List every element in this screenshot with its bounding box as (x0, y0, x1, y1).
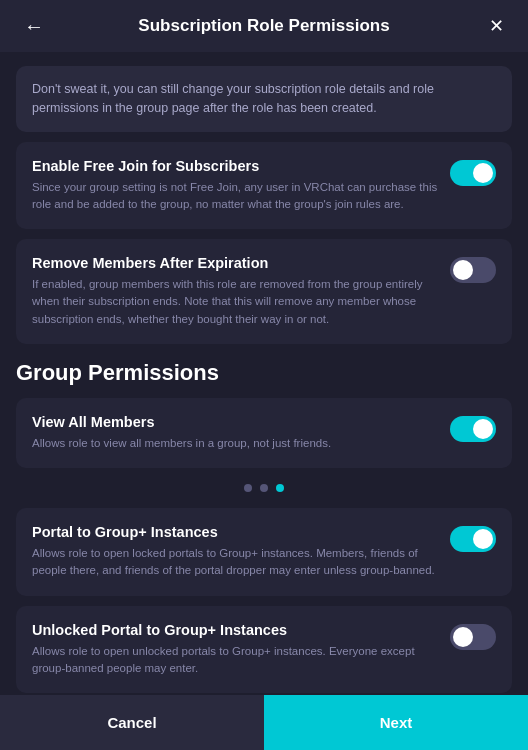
next-button[interactable]: Next (264, 695, 528, 750)
permission-desc-remove-members: If enabled, group members with this role… (32, 276, 438, 328)
permission-card-remove-members: Remove Members After Expiration If enabl… (16, 239, 512, 344)
toggle-portal[interactable] (450, 526, 496, 552)
dot-3 (276, 484, 284, 492)
page-dots (16, 478, 512, 498)
permission-desc-free-join: Since your group setting is not Free Joi… (32, 179, 438, 214)
dot-2 (260, 484, 268, 492)
permission-card-free-join: Enable Free Join for Subscribers Since y… (16, 142, 512, 230)
footer: Cancel Next (0, 695, 528, 750)
info-text: Don't sweat it, you can still change you… (32, 82, 434, 115)
toggle-container-unlocked-portal (450, 624, 496, 654)
permission-card-view-all: View All Members Allows role to view all… (16, 398, 512, 468)
toggle-view-all[interactable] (450, 416, 496, 442)
permission-text-portal: Portal to Group+ Instances Allows role t… (32, 524, 438, 580)
permission-desc-unlocked-portal: Allows role to open unlocked portals to … (32, 643, 438, 678)
permission-text-unlocked-portal: Unlocked Portal to Group+ Instances Allo… (32, 622, 438, 678)
permission-card-portal: Portal to Group+ Instances Allows role t… (16, 508, 512, 596)
toggle-unlocked-portal[interactable] (450, 624, 496, 650)
permission-text-free-join: Enable Free Join for Subscribers Since y… (32, 158, 438, 214)
permission-title-unlocked-portal: Unlocked Portal to Group+ Instances (32, 622, 438, 638)
permission-title-portal: Portal to Group+ Instances (32, 524, 438, 540)
cancel-button[interactable]: Cancel (0, 695, 264, 750)
toggle-container-free-join (450, 160, 496, 190)
permission-text-view-all: View All Members Allows role to view all… (32, 414, 438, 452)
permission-card-unlocked-portal: Unlocked Portal to Group+ Instances Allo… (16, 606, 512, 694)
modal: ← Subscription Role Permissions ✕ Don't … (0, 0, 528, 750)
toggle-container-portal (450, 526, 496, 556)
dot-1 (244, 484, 252, 492)
permission-desc-portal: Allows role to open locked portals to Gr… (32, 545, 438, 580)
toggle-remove-members[interactable] (450, 257, 496, 283)
permission-title-remove-members: Remove Members After Expiration (32, 255, 438, 271)
permission-title-free-join: Enable Free Join for Subscribers (32, 158, 438, 174)
toggle-container-remove-members (450, 257, 496, 287)
group-permissions-title: Group Permissions (16, 354, 512, 388)
close-button[interactable]: ✕ (481, 11, 512, 41)
toggle-container-view-all (450, 416, 496, 446)
toggle-free-join[interactable] (450, 160, 496, 186)
permission-text-remove-members: Remove Members After Expiration If enabl… (32, 255, 438, 328)
permission-title-view-all: View All Members (32, 414, 438, 430)
header: ← Subscription Role Permissions ✕ (0, 0, 528, 52)
page-title: Subscription Role Permissions (138, 16, 389, 36)
permission-desc-view-all: Allows role to view all members in a gro… (32, 435, 438, 452)
content-area: Don't sweat it, you can still change you… (0, 52, 528, 695)
info-banner: Don't sweat it, you can still change you… (16, 66, 512, 132)
back-button[interactable]: ← (16, 11, 52, 42)
